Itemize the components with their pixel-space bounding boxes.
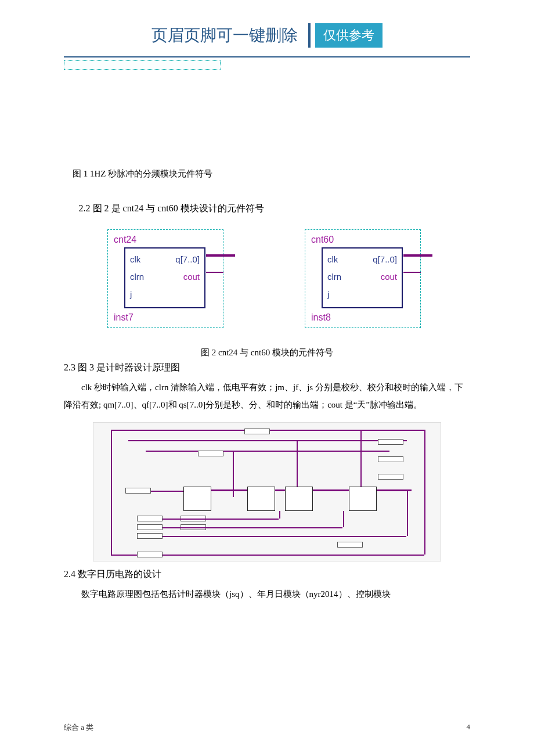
input-pin-jm [137,516,163,521]
module-body-cnt24: clk clrn j q[7..0] cout [124,247,205,308]
content-area: 图 1 1HZ 秒脉冲的分频模块元件符号 2.2 图 2 是 cnt24 与 c… [0,60,534,603]
wire-cout2 [403,272,421,273]
module-inst-7: inst7 [114,312,134,323]
port-cout2: cout [381,272,397,282]
output-pin [244,429,270,434]
sch-bus [377,489,412,491]
sch-wire [424,430,425,555]
sch-wire [163,527,342,528]
sch-bus [275,489,285,491]
section-2-3-body: clk 秒时钟输入端，clrn 清除输入端，低电平有效；jm、jf、js 分别是… [64,379,470,413]
module-name-cnt24: cnt24 [114,235,136,245]
block-jsq3 [285,487,313,511]
input-pin-clrn [137,552,163,557]
figure1-caption: 图 1 1HZ 秒脉冲的分频模块元件符号 [64,168,470,179]
sch-wire [360,430,362,488]
section-2-4-body: 数字电路原理图包括包括计时器模块（jsq）、年月日模块（nyr2014）、控制模… [64,585,470,603]
sch-wire [146,451,389,452]
wire-cout1 [206,272,223,273]
header-title: 页眉页脚可一键删除 [151,24,298,46]
section-2-2-heading: 2.2 图 2 是 cnt24 与 cnt60 模块设计的元件符号 [64,203,470,215]
bus-wire-q2 [403,254,432,257]
input-pin-js [137,533,163,539]
figure1-stub [64,60,221,70]
page-number: 4 [467,722,471,733]
sch-wire [279,511,280,519]
bus-wire-q1 [206,254,235,257]
block-jsq1 [183,487,211,511]
sch-wire [297,440,298,492]
port-q: q[7..0] [175,254,200,264]
block-jsq2 [247,487,275,511]
module-name-cnt60: cnt60 [311,235,334,245]
sch-wire [163,519,279,520]
module-cnt60: cnt60 clk clrn j q[7..0] cout inst8 [305,229,421,328]
port-clrn: clrn [130,272,144,282]
block-jsq4 [349,487,377,511]
port-clk2: clk [327,254,338,264]
sch-wire [111,430,112,555]
sch-wire [343,511,344,527]
port-clrn2: clrn [327,272,341,282]
sch-wire [163,536,406,537]
section-2-4-heading: 2.4 数字日历电路的设计 [64,568,470,581]
pin [337,542,363,548]
section-2-3-heading: 2.3 图 3 是计时器设计原理图 [64,362,470,374]
port-clk: clk [130,254,140,264]
footer-category: 综合 a 类 [64,722,93,733]
module-cnt24: cnt24 clk clrn j q[7..0] cout inst7 [107,229,223,328]
sch-wire [407,489,408,536]
figure2-diagram: cnt24 clk clrn j q[7..0] cout inst7 cnt6… [64,221,470,343]
page-footer: 综合 a 类 4 [64,722,470,733]
port-q2: q[7..0] [373,254,397,264]
output-pin [378,439,403,445]
header-divider [308,23,311,48]
sch-bus [211,489,247,491]
header-badge: 仅供参考 [315,23,383,48]
port-j: j [130,289,132,299]
port-cout: cout [183,272,200,282]
module-inst-8: inst8 [311,312,331,323]
page-header: 页眉页脚可一键删除 仅供参考 [64,0,470,57]
figure2-caption: 图 2 cnt24 与 cnt60 模块的元件符号 [64,347,470,358]
sch-wire [151,491,183,492]
input-pin-clk [125,488,151,494]
figure3-schematic [93,422,441,561]
output-pin [378,456,403,462]
port-j2: j [327,289,329,299]
sch-wire [128,440,407,441]
output-pin [198,451,223,456]
sch-bus [313,489,349,491]
module-body-cnt60: clk clrn j q[7..0] cout [322,247,403,308]
output-pin [378,474,403,480]
input-pin-jf [137,524,163,530]
